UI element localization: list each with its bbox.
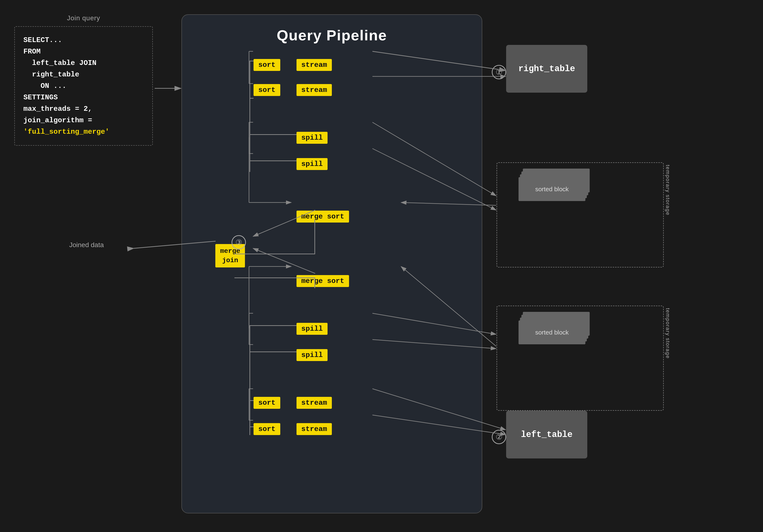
left-table-box: left_table <box>506 411 587 459</box>
bracket-v-top-left <box>250 61 250 98</box>
right-table-label: right_table <box>518 64 575 74</box>
h-mergejoin-to-mergesort-bot <box>234 277 314 278</box>
stack-card-1: sorted block <box>518 177 586 201</box>
rt-spill2-badge: spill <box>296 158 328 170</box>
left-table-label: left_table <box>521 430 573 440</box>
lt-mergesort-badge: merge sort <box>296 275 349 287</box>
rt-sort1-badge: sort <box>254 59 280 71</box>
bracket-h-top-top <box>250 61 254 61</box>
temp-storage-top: sorted block <box>496 162 664 267</box>
lt-spill1-badge: spill <box>296 323 328 335</box>
temp-storage-bottom: sorted block <box>496 306 664 411</box>
rt-spill1-badge: spill <box>296 132 328 144</box>
pipeline-box: Query Pipeline sort stream sort stream s… <box>181 14 482 513</box>
lt-sort1-badge: sort <box>254 397 280 409</box>
bracket-v-bot-left <box>250 325 250 435</box>
circle-2: ② <box>492 430 506 444</box>
right-table-box: right_table <box>506 45 587 93</box>
join-query-box: SELECT... FROM left_table JOIN right_tab… <box>14 26 153 146</box>
bracket-h-bot-spill2 <box>250 352 296 352</box>
lt-stream2-badge: stream <box>296 423 332 435</box>
code-line-4: ON ... <box>23 80 144 92</box>
joined-data-label: Joined data <box>69 241 104 249</box>
join-query-label: Join query <box>14 14 153 22</box>
v-mergejoin-to-mergesort-bot <box>314 277 315 288</box>
bracket-h-spill2 <box>250 160 296 161</box>
rt-sort2-badge: sort <box>254 84 280 96</box>
code-line-1: SELECT... <box>23 34 144 46</box>
rt-stream2-badge: stream <box>296 84 332 96</box>
circle-3: ③ <box>232 235 246 250</box>
bracket-h-bot-sort1 <box>250 400 254 401</box>
stack-card-b1: sorted block <box>518 320 586 344</box>
temp-storage-label-top: temporary storage <box>665 165 671 216</box>
join-query-section: Join query SELECT... FROM left_table JOI… <box>14 14 153 146</box>
rt-stream1-badge: stream <box>296 59 332 71</box>
h-mergesort-to-mergejoin-top <box>234 254 314 254</box>
sorted-block-label-bottom: sorted block <box>518 320 586 344</box>
code-line-3: left_table JOIN right_table <box>23 57 144 80</box>
code-line-7: join_algorithm = 'full_sorting_merge' <box>23 115 144 138</box>
lt-stream1-badge: stream <box>296 397 332 409</box>
circle-1: ① <box>492 65 506 79</box>
code-line-2: FROM <box>23 46 144 57</box>
v-mergesort-to-mergejoin-top <box>314 220 315 254</box>
pipeline-title: Query Pipeline <box>182 15 482 44</box>
code-line-5: SETTINGS <box>23 92 144 103</box>
bracket-h-bot-sort2 <box>250 426 254 427</box>
lt-spill2-badge: spill <box>296 349 328 361</box>
sorted-block-label-top: sorted block <box>518 177 586 201</box>
temp-storage-label-bottom: temporary storage <box>665 308 671 359</box>
bracket-h-spill1 <box>250 134 296 135</box>
lt-sort2-badge: sort <box>254 423 280 435</box>
rt-mergesort-badge: merge sort <box>296 211 349 223</box>
bracket-h-bot-spill1 <box>250 325 296 326</box>
code-line-6: max_threads = 2, <box>23 103 144 115</box>
